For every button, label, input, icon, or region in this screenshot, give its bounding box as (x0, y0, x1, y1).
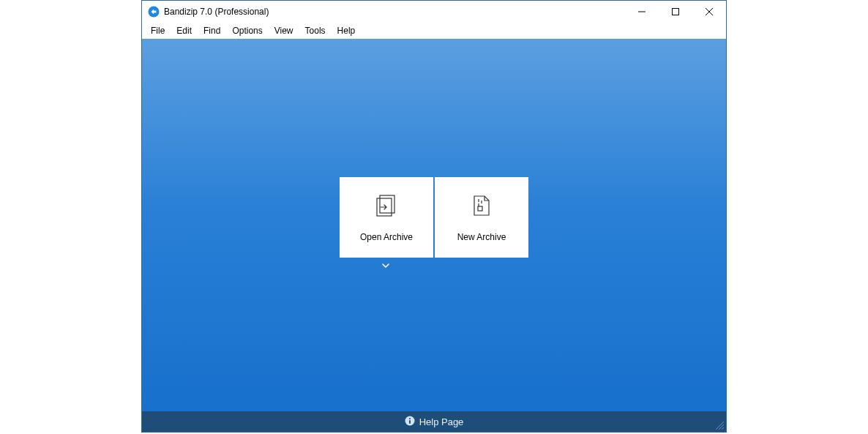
titlebar: Bandizip 7.0 (Professional) (142, 1, 726, 23)
menu-edit[interactable]: Edit (171, 24, 198, 37)
action-tiles: Open Archive New Archive (340, 177, 528, 258)
app-icon (148, 6, 160, 18)
svg-point-12 (409, 417, 411, 419)
svg-rect-2 (673, 9, 679, 15)
svg-line-15 (719, 424, 724, 430)
open-archive-label: Open Archive (360, 232, 413, 242)
menu-file[interactable]: File (145, 24, 171, 37)
maximize-button[interactable] (659, 1, 692, 23)
statusbar[interactable]: Help Page (142, 411, 726, 432)
svg-line-16 (722, 427, 724, 430)
svg-rect-10 (478, 206, 482, 211)
recent-dropdown[interactable] (340, 261, 528, 273)
menu-tools[interactable]: Tools (299, 24, 332, 37)
menu-find[interactable]: Find (198, 24, 226, 37)
open-archive-icon (374, 193, 399, 232)
minimize-button[interactable] (625, 1, 659, 23)
svg-rect-13 (409, 420, 411, 424)
menubar: File Edit Find Options View Tools Help (142, 23, 726, 39)
window-title: Bandizip 7.0 (Professional) (164, 7, 269, 17)
menu-options[interactable]: Options (226, 24, 268, 37)
resize-grip[interactable] (714, 420, 725, 430)
menu-view[interactable]: View (269, 24, 299, 37)
app-window: Bandizip 7.0 (Professional) File Edit Fi… (141, 0, 727, 433)
new-archive-label: New Archive (457, 232, 506, 242)
new-archive-icon (469, 193, 494, 232)
content-area: Open Archive New Archive (142, 39, 726, 411)
menu-help[interactable]: Help (332, 24, 362, 37)
info-icon (405, 416, 415, 428)
open-archive-button[interactable]: Open Archive (340, 177, 433, 258)
help-page-link[interactable]: Help Page (419, 416, 464, 427)
close-button[interactable] (692, 1, 726, 23)
new-archive-button[interactable]: New Archive (435, 177, 528, 258)
window-controls (625, 1, 726, 23)
chevron-down-icon (381, 261, 391, 273)
